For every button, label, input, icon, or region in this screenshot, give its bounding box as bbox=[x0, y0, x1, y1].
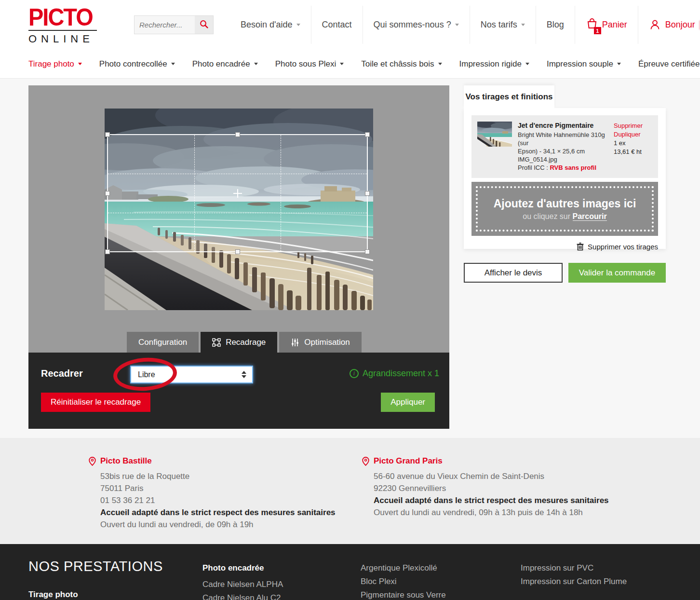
nav-contact[interactable]: Contact bbox=[311, 6, 363, 44]
main-nav-photo-encadree[interactable]: Photo encadrée bbox=[192, 59, 258, 69]
map-pin-icon bbox=[362, 457, 369, 468]
delete-all-prints[interactable]: Supprimer vos tirages bbox=[471, 243, 658, 251]
print-item-icc: Profil ICC : RVB sans profil bbox=[518, 164, 608, 172]
crop-handle[interactable] bbox=[235, 132, 240, 137]
cart-link[interactable]: 1 Panier bbox=[575, 6, 638, 44]
reset-crop-button[interactable]: Réinitialiser le recadrage bbox=[41, 393, 150, 412]
location-name[interactable]: Picto Bastille bbox=[100, 456, 336, 466]
print-item-info: Jet d'encre Pigmentaire Bright White Hah… bbox=[518, 122, 608, 172]
tab-optimisation[interactable]: Optimisation bbox=[279, 332, 361, 353]
content: Configuration Recadrage Optimisation bbox=[0, 79, 700, 438]
editor-tabs: Configuration Recadrage Optimisation bbox=[127, 332, 362, 353]
tab-configuration[interactable]: Configuration bbox=[127, 332, 199, 353]
chevron-down-icon bbox=[171, 63, 175, 65]
main-nav-toile-chassis[interactable]: Toile et châssis bois bbox=[361, 59, 442, 69]
main-nav: Tirage photo Photo contrecollée Photo en… bbox=[0, 50, 700, 79]
chevron-down-icon bbox=[455, 24, 459, 26]
footer-link[interactable]: Cadre Nielsen ALPHA bbox=[202, 580, 283, 589]
footer-link[interactable]: Pigmentaire sous Verre bbox=[361, 590, 446, 600]
nav-qui-sommes-nous[interactable]: Qui sommes-nous ? bbox=[363, 6, 470, 44]
nav-nos-tarifs[interactable]: Nos tarifs bbox=[470, 6, 536, 44]
search-icon bbox=[200, 20, 208, 30]
account-menu[interactable]: Bonjour bbox=[638, 6, 700, 44]
prints-panel: Vos tirages et finitions bbox=[464, 85, 666, 429]
location-city: 92230 Gennevilliers bbox=[374, 482, 609, 494]
footer-link[interactable]: Impression sur PVC bbox=[521, 563, 593, 573]
main-nav-impression-souple[interactable]: Impression souple bbox=[547, 59, 621, 69]
chevron-down-icon bbox=[254, 63, 258, 65]
main-nav-photo-sous-plexi[interactable]: Photo sous Plexi bbox=[275, 59, 344, 69]
validate-order-button[interactable]: Valider la commande bbox=[568, 263, 666, 283]
crop-controls: Recadrer Libre i Agrandissement x 1 Réin… bbox=[28, 353, 449, 429]
image-dropzone[interactable]: Ajoutez d'autres images ici ou cliquez s… bbox=[471, 182, 658, 236]
location-name[interactable]: Picto Grand Paris bbox=[374, 456, 609, 466]
apply-crop-button[interactable]: Appliquer bbox=[381, 393, 435, 412]
nav-blog[interactable]: Blog bbox=[536, 6, 575, 44]
location-notice: Accueil adapté dans le strict respect de… bbox=[100, 506, 336, 518]
crop-selection[interactable] bbox=[107, 134, 368, 252]
store-locations: Picto Bastille 53bis rue de la Roquette … bbox=[0, 438, 700, 544]
browse-link[interactable]: Parcourir bbox=[573, 212, 607, 221]
footer-photo-encadree[interactable]: Photo encadrée bbox=[202, 563, 264, 573]
chevron-down-icon bbox=[525, 63, 529, 65]
nav-besoin-daide[interactable]: Besoin d'aide bbox=[230, 6, 311, 44]
footer-link[interactable]: Argentique Plexicollé bbox=[361, 563, 437, 573]
location-address: 56-60 avenue du Vieux Chemin de Saint-De… bbox=[374, 470, 609, 482]
footer-title: NOS PRESTATIONS bbox=[28, 559, 163, 574]
location-phone: 01 53 36 21 21 bbox=[100, 494, 336, 506]
show-quote-button[interactable]: Afficher le devis bbox=[464, 263, 563, 283]
item-price: 13,61 € ht bbox=[614, 148, 652, 156]
crop-editor: Configuration Recadrage Optimisation bbox=[28, 85, 449, 429]
crop-center-crosshair bbox=[233, 189, 242, 198]
top-nav: Besoin d'aide Contact Qui sommes-nous ? … bbox=[230, 6, 700, 44]
footer-link[interactable]: Bloc Plexi bbox=[361, 577, 397, 586]
search-button[interactable] bbox=[195, 16, 213, 34]
tab-recadrage[interactable]: Recadrage bbox=[201, 332, 277, 353]
chevron-down-icon bbox=[521, 24, 525, 26]
search-input[interactable] bbox=[135, 16, 195, 34]
logo[interactable]: PICTO ONLINE bbox=[28, 4, 97, 45]
trash-icon bbox=[577, 243, 584, 251]
header: PICTO ONLINE Besoin d'aide Contact Qui s… bbox=[0, 0, 700, 50]
user-icon bbox=[649, 19, 661, 31]
cart-bag-icon: 1 bbox=[586, 17, 598, 32]
main-nav-epreuve-certifiee[interactable]: Épreuve certifiée bbox=[638, 59, 700, 69]
footer-link[interactable]: Impression sur Carton Plume bbox=[521, 577, 627, 586]
chevron-down-icon bbox=[78, 63, 82, 65]
crop-ratio-select[interactable]: Libre bbox=[130, 366, 253, 383]
page: PICTO ONLINE Besoin d'aide Contact Qui s… bbox=[0, 0, 700, 600]
crop-handle[interactable] bbox=[105, 249, 110, 254]
print-item-name: Jet d'encre Pigmentaire bbox=[518, 122, 608, 130]
crop-thirds-line bbox=[194, 135, 195, 251]
footer-tirage-photo[interactable]: Tirage photo bbox=[28, 590, 78, 600]
main-nav-photo-contrecollee[interactable]: Photo contrecollée bbox=[99, 59, 175, 69]
crop-handle[interactable] bbox=[365, 249, 370, 254]
location-hours: Ouvert du lundi au vendredi, de 09h à 19… bbox=[100, 518, 336, 531]
main-nav-impression-rigide[interactable]: Impression rigide bbox=[459, 59, 529, 69]
crop-handle[interactable] bbox=[105, 191, 110, 196]
print-item-thumbnail[interactable] bbox=[477, 122, 512, 147]
crop-handle[interactable] bbox=[235, 249, 240, 254]
crop-icon bbox=[212, 338, 221, 347]
zoom-info: i Agrandissement x 1 bbox=[350, 368, 439, 379]
photo-canvas[interactable] bbox=[105, 109, 373, 310]
crop-handle[interactable] bbox=[105, 132, 110, 137]
cart-count-badge: 1 bbox=[594, 27, 601, 34]
duplicate-item-link[interactable]: Dupliquer bbox=[614, 130, 652, 139]
main-nav-tirage-photo[interactable]: Tirage photo bbox=[28, 59, 82, 69]
select-arrows-icon bbox=[242, 371, 246, 378]
chevron-down-icon bbox=[296, 24, 300, 26]
crop-label: Recadrer bbox=[41, 368, 83, 379]
location-hours: Ouvert du lundi au vendredi, 09h à 13h p… bbox=[374, 506, 609, 518]
logo-online: ONLINE bbox=[28, 33, 97, 45]
chevron-down-icon bbox=[340, 63, 344, 65]
crop-handle[interactable] bbox=[365, 132, 370, 137]
print-item-card: Jet d'encre Pigmentaire Bright White Hah… bbox=[471, 115, 658, 178]
photo-viewport: Configuration Recadrage Optimisation bbox=[28, 85, 449, 353]
chevron-down-icon bbox=[617, 63, 621, 65]
prints-panel-body: Jet d'encre Pigmentaire Bright White Hah… bbox=[464, 108, 666, 249]
dropzone-subtitle: ou cliquez sur Parcourir bbox=[523, 212, 606, 221]
crop-handle[interactable] bbox=[365, 191, 370, 196]
delete-item-link[interactable]: Supprimer bbox=[614, 122, 652, 130]
footer-link[interactable]: Cadre Nielsen Alu C2 bbox=[202, 593, 281, 600]
